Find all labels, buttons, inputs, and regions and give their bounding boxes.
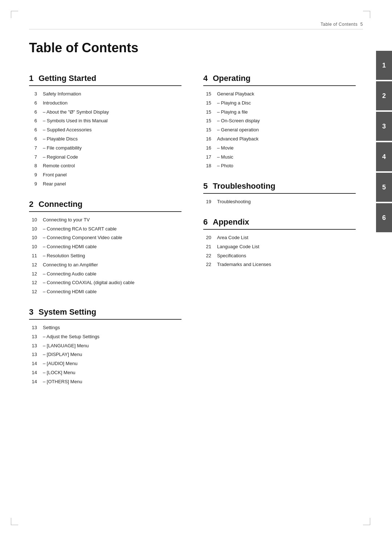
toc-item: 10– Connecting RCA to SCART cable (29, 225, 181, 234)
side-tab-4[interactable]: 4 (376, 142, 392, 171)
section-1-number: 1 (29, 74, 33, 83)
toc-item: 15– Playing a file (203, 108, 356, 117)
toc-item: 13– Adjust the Setup Settings (29, 332, 181, 341)
toc-item: 12– Connecting COAXIAL (digital audio) c… (29, 278, 181, 287)
side-tabs: 1 2 3 4 5 6 (376, 51, 392, 232)
toc-item: 8Remote control (29, 161, 181, 171)
section-6-number: 6 (203, 217, 208, 227)
header-label: Table of Contents (320, 22, 358, 27)
toc-item: 18– Photo (203, 161, 356, 171)
section-3-title: System Setting (38, 307, 96, 317)
toc-item: 10Connecting to your TV (29, 216, 181, 225)
toc-item: 6Introduction (29, 99, 181, 108)
toc-item: 13– [DISPLAY] Menu (29, 350, 181, 359)
section-6-title: Appendix (213, 217, 249, 227)
page-container: Table of Contents 5 1 2 3 4 5 6 Table of… (0, 0, 392, 536)
corner-mark-tr (363, 11, 370, 18)
section-2-number: 2 (29, 200, 33, 209)
section-5: 5 Troubleshooting 19Troubleshooting (203, 181, 356, 206)
toc-item: 22Trademarks and Licenses (203, 260, 356, 269)
section-6-heading: 6 Appendix (203, 217, 356, 230)
side-tab-1[interactable]: 1 (376, 51, 392, 80)
toc-item: 22Specifications (203, 251, 356, 261)
section-3: 3 System Setting 13Settings 13– Adjust t… (29, 307, 181, 386)
toc-item: 6– Symbols Used in this Manual (29, 116, 181, 126)
toc-item: 15General Playback (203, 90, 356, 99)
toc-item: 13Settings (29, 323, 181, 332)
section-2-title: Connecting (38, 200, 82, 209)
section-1-title: Getting Started (38, 74, 96, 83)
page-title: Table of Contents (29, 40, 363, 56)
section-2-heading: 2 Connecting (29, 200, 181, 212)
toc-item: 14– [OTHERS] Menu (29, 377, 181, 386)
section-4-number: 4 (203, 74, 208, 83)
side-tab-6[interactable]: 6 (376, 203, 392, 232)
section-3-number: 3 (29, 307, 33, 317)
toc-item: 20Area Code List (203, 233, 356, 242)
toc-item: 15– General operation (203, 126, 356, 135)
section-3-heading: 3 System Setting (29, 307, 181, 320)
toc-item: 12– Connecting HDMI cable (29, 287, 181, 296)
toc-item: 6– About the "Ø" Symbol Display (29, 108, 181, 117)
toc-item: 17– Music (203, 153, 356, 162)
toc-item: 19Troubleshooting (203, 197, 356, 206)
toc-item: 9Front panel (29, 171, 181, 180)
toc-item: 6– Playable Discs (29, 135, 181, 144)
toc-item: 7– Regional Code (29, 153, 181, 162)
toc-item: 7– File compatibility (29, 144, 181, 153)
toc-item: 16– Movie (203, 144, 356, 153)
side-tab-3[interactable]: 3 (376, 112, 392, 141)
corner-mark-bl (11, 518, 18, 525)
corner-mark-tl (11, 11, 18, 18)
toc-item: 14– [LOCK] Menu (29, 368, 181, 377)
toc-item: 10– Connecting HDMI cable (29, 242, 181, 251)
toc-item: 15– Playing a Disc (203, 99, 356, 108)
toc-item: 3Safety Information (29, 90, 181, 99)
section-5-heading: 5 Troubleshooting (203, 181, 356, 194)
content-columns: 1 Getting Started 3Safety Information 6I… (29, 74, 363, 397)
header-page-number: 5 (358, 22, 363, 27)
side-tab-5[interactable]: 5 (376, 173, 392, 202)
section-5-title: Troubleshooting (213, 181, 275, 191)
toc-item: 12– Connecting Audio cable (29, 270, 181, 279)
section-1-heading: 1 Getting Started (29, 74, 181, 86)
page-header: Table of Contents 5 (29, 22, 363, 29)
section-5-number: 5 (203, 181, 208, 191)
section-6: 6 Appendix 20Area Code List 21Language C… (203, 217, 356, 269)
section-2: 2 Connecting 10Connecting to your TV 10–… (29, 200, 181, 296)
section-1: 1 Getting Started 3Safety Information 6I… (29, 74, 181, 189)
side-tab-2[interactable]: 2 (376, 81, 392, 110)
toc-item: 15– On-Screen display (203, 116, 356, 126)
toc-item: 14– [AUDIO] Menu (29, 359, 181, 368)
section-4-heading: 4 Operating (203, 74, 356, 86)
toc-item: 21Language Code List (203, 242, 356, 251)
section-4: 4 Operating 15General Playback 15– Playi… (203, 74, 356, 171)
column-left: 1 Getting Started 3Safety Information 6I… (29, 74, 181, 397)
section-4-title: Operating (213, 74, 250, 83)
toc-item: 6– Supplied Accessories (29, 126, 181, 135)
corner-mark-br (363, 518, 370, 525)
column-right: 4 Operating 15General Playback 15– Playi… (203, 74, 356, 397)
toc-item: 9Rear panel (29, 180, 181, 189)
toc-item: 12Connecting to an Amplifier (29, 261, 181, 270)
toc-item: 11– Resolution Setting (29, 251, 181, 261)
toc-item: 10– Connecting Component Video cable (29, 233, 181, 242)
toc-item: 13– [LANGUAGE] Menu (29, 341, 181, 351)
toc-item: 16Advanced Playback (203, 135, 356, 144)
